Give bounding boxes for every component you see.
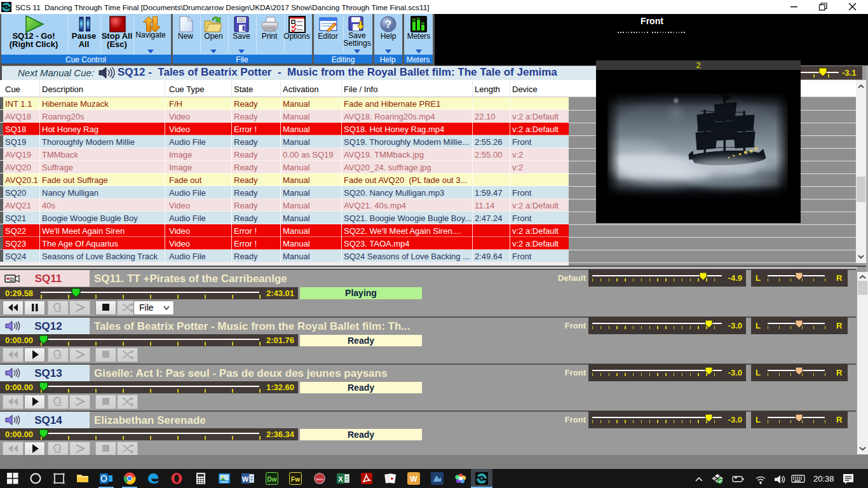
svg-text:Fw: Fw — [291, 476, 300, 483]
svg-text:W: W — [410, 475, 417, 484]
svg-text:Dw: Dw — [268, 476, 277, 483]
svg-text:nero: nero — [316, 477, 324, 481]
svg-text:X: X — [338, 475, 343, 483]
svg-text:W: W — [242, 475, 249, 483]
svg-text:?: ? — [385, 18, 391, 30]
